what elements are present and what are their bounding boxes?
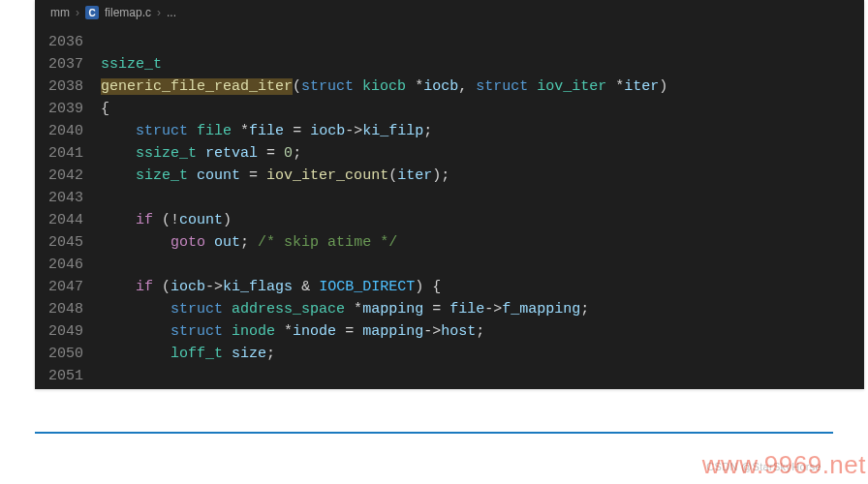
line-number: 2050 (48, 343, 83, 365)
chevron-right-icon: › (76, 6, 79, 19)
code-line[interactable]: if (iocb->ki_flags & IOCB_DIRECT) { (101, 276, 864, 298)
code-line[interactable] (101, 187, 864, 209)
c-file-icon: C (85, 6, 99, 19)
line-number: 2048 (48, 298, 83, 320)
code-line[interactable]: struct inode *inode = mapping->host; (101, 320, 864, 343)
code-line[interactable] (101, 31, 864, 53)
code-line[interactable]: size_t count = iov_iter_count(iter); (101, 165, 864, 187)
code-line[interactable] (101, 254, 864, 276)
editor-body: 2036203720382039204020412042204320442045… (35, 25, 864, 389)
line-number: 2042 (48, 165, 83, 187)
line-number: 2043 (48, 187, 83, 209)
breadcrumb-segment-2[interactable]: ... (167, 6, 176, 19)
line-number: 2049 (48, 320, 83, 343)
line-gutter: 2036203720382039204020412042204320442045… (35, 25, 101, 389)
code-editor: mm › C filemap.c › ... 20362037203820392… (35, 0, 864, 389)
line-number: 2039 (48, 98, 83, 120)
code-line[interactable]: goto out; /* skip atime */ (101, 231, 864, 254)
code-line[interactable]: struct file *file = iocb->ki_filp; (101, 120, 864, 142)
watermark: www.9969.net (702, 450, 866, 480)
line-number: 2036 (48, 31, 83, 53)
breadcrumb-segment-0[interactable]: mm (50, 6, 70, 19)
code-line[interactable]: ssize_t (101, 53, 864, 76)
code-line[interactable]: generic_file_read_iter(struct kiocb *ioc… (101, 76, 864, 98)
divider (35, 432, 833, 434)
breadcrumb-segment-1[interactable]: filemap.c (105, 6, 151, 19)
code-line[interactable]: ssize_t retval = 0; (101, 142, 864, 165)
code-area[interactable]: ssize_tgeneric_file_read_iter(struct kio… (101, 25, 864, 389)
line-number: 2051 (48, 365, 83, 387)
code-line[interactable] (101, 365, 864, 387)
code-line[interactable]: struct address_space *mapping = file->f_… (101, 298, 864, 320)
code-line[interactable]: if (!count) (101, 209, 864, 231)
code-line[interactable]: loff_t size; (101, 343, 864, 365)
line-number: 2044 (48, 209, 83, 231)
chevron-right-icon: › (157, 6, 161, 19)
line-number: 2047 (48, 276, 83, 298)
line-number: 2038 (48, 76, 83, 98)
line-number: 2045 (48, 231, 83, 254)
line-number: 2041 (48, 142, 83, 165)
line-number: 2037 (48, 53, 83, 76)
line-number: 2040 (48, 120, 83, 142)
line-number: 2046 (48, 254, 83, 276)
breadcrumb[interactable]: mm › C filemap.c › ... (35, 0, 864, 25)
code-line[interactable]: { (101, 98, 864, 120)
